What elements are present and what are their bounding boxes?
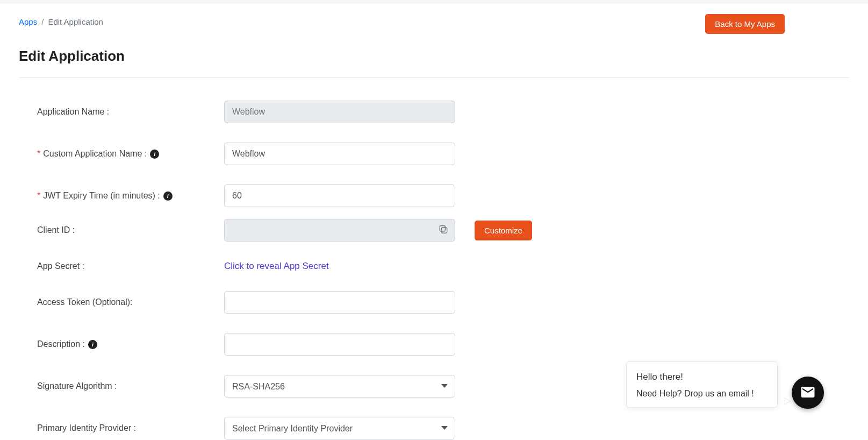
- info-icon[interactable]: i: [163, 191, 173, 201]
- header-row: Apps / Edit Application Back to My Apps: [19, 14, 849, 34]
- label-application-name: Application Name :: [37, 107, 224, 117]
- info-icon[interactable]: i: [150, 150, 159, 159]
- required-marker: *: [37, 149, 40, 159]
- row-primary-idp: Primary Identity Provider : Select Prima…: [37, 417, 849, 439]
- reveal-app-secret-link[interactable]: Click to reveal App Secret: [224, 261, 329, 271]
- row-client-id: Client ID : Customize: [37, 219, 849, 242]
- row-custom-app-name: * Custom Application Name : i: [37, 143, 849, 165]
- breadcrumb-root-link[interactable]: Apps: [19, 17, 37, 26]
- chat-popup: Hello there! Need Help? Drop us an email…: [626, 361, 778, 408]
- chat-greeting: Hello there!: [636, 372, 767, 382]
- label-custom-app-name: * Custom Application Name : i: [37, 149, 224, 159]
- primary-idp-select[interactable]: Select Primary Identity Provider: [224, 417, 455, 439]
- label-access-token: Access Token (Optional):: [37, 297, 224, 307]
- breadcrumb: Apps / Edit Application: [19, 17, 103, 26]
- row-access-token: Access Token (Optional):: [37, 291, 849, 314]
- label-signature-algorithm-text: Signature Algorithm :: [37, 381, 117, 391]
- back-to-apps-button[interactable]: Back to My Apps: [705, 14, 785, 34]
- row-description: Description : i: [37, 333, 849, 356]
- label-primary-idp: Primary Identity Provider :: [37, 423, 224, 433]
- label-custom-app-name-text: Custom Application Name :: [43, 149, 147, 159]
- label-primary-idp-text: Primary Identity Provider :: [37, 423, 136, 433]
- customize-button[interactable]: Customize: [475, 221, 532, 240]
- access-token-input[interactable]: [224, 291, 455, 314]
- svg-rect-0: [442, 228, 447, 233]
- chat-help-text: Need Help? Drop us an email !: [636, 389, 767, 399]
- label-access-token-text: Access Token (Optional):: [37, 297, 133, 307]
- mail-icon: [800, 384, 816, 402]
- description-input[interactable]: [224, 333, 455, 356]
- chat-fab-button[interactable]: [792, 377, 824, 409]
- header-divider: [19, 77, 849, 78]
- label-application-name-text: Application Name :: [37, 107, 109, 117]
- required-marker: *: [37, 191, 40, 201]
- label-description-text: Description :: [37, 339, 85, 349]
- jwt-expiry-input[interactable]: [224, 184, 455, 207]
- svg-rect-1: [440, 226, 445, 231]
- application-name-input: [224, 101, 455, 123]
- row-app-secret: App Secret : Click to reveal App Secret: [37, 261, 849, 272]
- signature-algorithm-select[interactable]: RSA-SHA256: [224, 375, 455, 398]
- label-signature-algorithm: Signature Algorithm :: [37, 381, 224, 391]
- label-client-id-text: Client ID :: [37, 225, 75, 235]
- label-client-id: Client ID :: [37, 225, 224, 235]
- label-jwt-expiry: * JWT Expiry Time (in minutes) : i: [37, 191, 224, 201]
- breadcrumb-current: Edit Application: [48, 17, 103, 26]
- client-id-input: [224, 219, 455, 242]
- label-jwt-expiry-text: JWT Expiry Time (in minutes) :: [43, 191, 160, 201]
- row-application-name: Application Name :: [37, 101, 849, 123]
- info-icon[interactable]: i: [88, 340, 97, 349]
- breadcrumb-separator: /: [41, 17, 44, 26]
- label-app-secret: App Secret :: [37, 261, 224, 271]
- label-app-secret-text: App Secret :: [37, 261, 84, 271]
- custom-app-name-input[interactable]: [224, 143, 455, 165]
- page-title: Edit Application: [19, 48, 849, 65]
- label-description: Description : i: [37, 339, 224, 349]
- row-jwt-expiry: * JWT Expiry Time (in minutes) : i: [37, 184, 849, 207]
- copy-icon[interactable]: [438, 224, 449, 237]
